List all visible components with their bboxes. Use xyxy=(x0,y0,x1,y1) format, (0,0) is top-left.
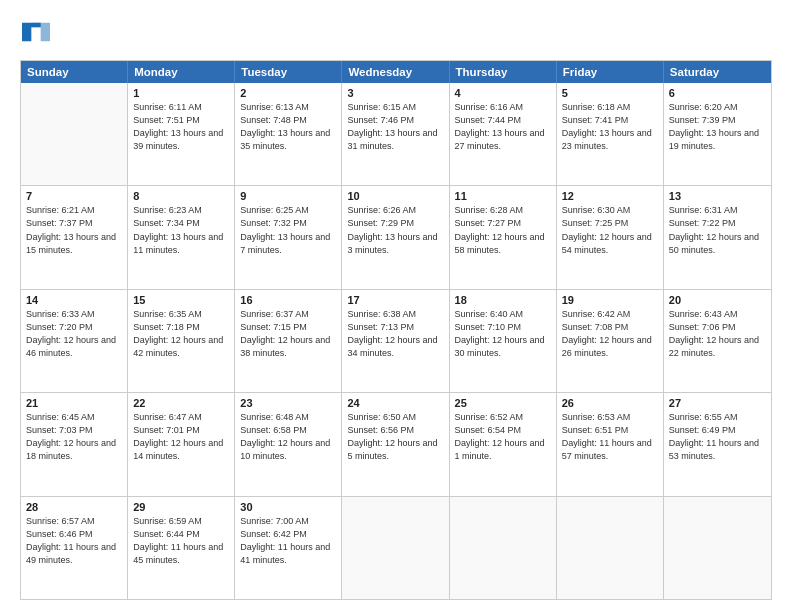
empty-cell xyxy=(450,497,557,599)
empty-cell xyxy=(21,83,128,185)
day-cell: 6Sunrise: 6:20 AMSunset: 7:39 PMDaylight… xyxy=(664,83,771,185)
day-info: Sunrise: 6:30 AMSunset: 7:25 PMDaylight:… xyxy=(562,204,658,256)
weekday-header: Saturday xyxy=(664,61,771,83)
weekday-header: Wednesday xyxy=(342,61,449,83)
day-number: 30 xyxy=(240,501,336,513)
day-cell: 7Sunrise: 6:21 AMSunset: 7:37 PMDaylight… xyxy=(21,186,128,288)
day-number: 3 xyxy=(347,87,443,99)
day-info: Sunrise: 6:55 AMSunset: 6:49 PMDaylight:… xyxy=(669,411,766,463)
day-info: Sunrise: 6:13 AMSunset: 7:48 PMDaylight:… xyxy=(240,101,336,153)
day-info: Sunrise: 7:00 AMSunset: 6:42 PMDaylight:… xyxy=(240,515,336,567)
day-cell: 13Sunrise: 6:31 AMSunset: 7:22 PMDayligh… xyxy=(664,186,771,288)
day-info: Sunrise: 6:40 AMSunset: 7:10 PMDaylight:… xyxy=(455,308,551,360)
day-cell: 24Sunrise: 6:50 AMSunset: 6:56 PMDayligh… xyxy=(342,393,449,495)
day-info: Sunrise: 6:45 AMSunset: 7:03 PMDaylight:… xyxy=(26,411,122,463)
day-cell: 25Sunrise: 6:52 AMSunset: 6:54 PMDayligh… xyxy=(450,393,557,495)
day-number: 13 xyxy=(669,190,766,202)
day-number: 22 xyxy=(133,397,229,409)
day-cell: 29Sunrise: 6:59 AMSunset: 6:44 PMDayligh… xyxy=(128,497,235,599)
day-cell: 14Sunrise: 6:33 AMSunset: 7:20 PMDayligh… xyxy=(21,290,128,392)
day-number: 28 xyxy=(26,501,122,513)
svg-marker-1 xyxy=(31,23,50,42)
day-number: 16 xyxy=(240,294,336,306)
calendar-row: 14Sunrise: 6:33 AMSunset: 7:20 PMDayligh… xyxy=(21,290,771,393)
day-info: Sunrise: 6:42 AMSunset: 7:08 PMDaylight:… xyxy=(562,308,658,360)
day-info: Sunrise: 6:18 AMSunset: 7:41 PMDaylight:… xyxy=(562,101,658,153)
weekday-header: Sunday xyxy=(21,61,128,83)
day-number: 2 xyxy=(240,87,336,99)
day-number: 12 xyxy=(562,190,658,202)
day-cell: 10Sunrise: 6:26 AMSunset: 7:29 PMDayligh… xyxy=(342,186,449,288)
day-info: Sunrise: 6:48 AMSunset: 6:58 PMDaylight:… xyxy=(240,411,336,463)
day-number: 1 xyxy=(133,87,229,99)
day-cell: 1Sunrise: 6:11 AMSunset: 7:51 PMDaylight… xyxy=(128,83,235,185)
day-info: Sunrise: 6:26 AMSunset: 7:29 PMDaylight:… xyxy=(347,204,443,256)
day-info: Sunrise: 6:38 AMSunset: 7:13 PMDaylight:… xyxy=(347,308,443,360)
day-number: 11 xyxy=(455,190,551,202)
day-cell: 23Sunrise: 6:48 AMSunset: 6:58 PMDayligh… xyxy=(235,393,342,495)
day-cell: 9Sunrise: 6:25 AMSunset: 7:32 PMDaylight… xyxy=(235,186,342,288)
day-info: Sunrise: 6:15 AMSunset: 7:46 PMDaylight:… xyxy=(347,101,443,153)
day-cell: 27Sunrise: 6:55 AMSunset: 6:49 PMDayligh… xyxy=(664,393,771,495)
day-info: Sunrise: 6:20 AMSunset: 7:39 PMDaylight:… xyxy=(669,101,766,153)
day-number: 14 xyxy=(26,294,122,306)
page-header xyxy=(20,18,772,50)
calendar-row: 7Sunrise: 6:21 AMSunset: 7:37 PMDaylight… xyxy=(21,186,771,289)
day-info: Sunrise: 6:57 AMSunset: 6:46 PMDaylight:… xyxy=(26,515,122,567)
day-info: Sunrise: 6:11 AMSunset: 7:51 PMDaylight:… xyxy=(133,101,229,153)
day-cell: 17Sunrise: 6:38 AMSunset: 7:13 PMDayligh… xyxy=(342,290,449,392)
weekday-header: Thursday xyxy=(450,61,557,83)
day-cell: 21Sunrise: 6:45 AMSunset: 7:03 PMDayligh… xyxy=(21,393,128,495)
day-info: Sunrise: 6:23 AMSunset: 7:34 PMDaylight:… xyxy=(133,204,229,256)
day-cell: 4Sunrise: 6:16 AMSunset: 7:44 PMDaylight… xyxy=(450,83,557,185)
day-cell: 8Sunrise: 6:23 AMSunset: 7:34 PMDaylight… xyxy=(128,186,235,288)
day-number: 17 xyxy=(347,294,443,306)
calendar-row: 28Sunrise: 6:57 AMSunset: 6:46 PMDayligh… xyxy=(21,497,771,599)
day-info: Sunrise: 6:50 AMSunset: 6:56 PMDaylight:… xyxy=(347,411,443,463)
day-cell: 26Sunrise: 6:53 AMSunset: 6:51 PMDayligh… xyxy=(557,393,664,495)
day-number: 8 xyxy=(133,190,229,202)
logo xyxy=(20,18,50,50)
day-number: 7 xyxy=(26,190,122,202)
day-number: 18 xyxy=(455,294,551,306)
day-number: 26 xyxy=(562,397,658,409)
day-info: Sunrise: 6:33 AMSunset: 7:20 PMDaylight:… xyxy=(26,308,122,360)
day-number: 29 xyxy=(133,501,229,513)
day-number: 21 xyxy=(26,397,122,409)
day-number: 20 xyxy=(669,294,766,306)
day-number: 6 xyxy=(669,87,766,99)
day-number: 5 xyxy=(562,87,658,99)
day-info: Sunrise: 6:28 AMSunset: 7:27 PMDaylight:… xyxy=(455,204,551,256)
weekday-header: Friday xyxy=(557,61,664,83)
day-info: Sunrise: 6:25 AMSunset: 7:32 PMDaylight:… xyxy=(240,204,336,256)
day-info: Sunrise: 6:59 AMSunset: 6:44 PMDaylight:… xyxy=(133,515,229,567)
day-number: 24 xyxy=(347,397,443,409)
day-number: 27 xyxy=(669,397,766,409)
day-cell: 18Sunrise: 6:40 AMSunset: 7:10 PMDayligh… xyxy=(450,290,557,392)
day-number: 19 xyxy=(562,294,658,306)
empty-cell xyxy=(557,497,664,599)
day-cell: 20Sunrise: 6:43 AMSunset: 7:06 PMDayligh… xyxy=(664,290,771,392)
day-number: 23 xyxy=(240,397,336,409)
calendar-body: 1Sunrise: 6:11 AMSunset: 7:51 PMDaylight… xyxy=(21,83,771,599)
day-number: 9 xyxy=(240,190,336,202)
day-cell: 30Sunrise: 7:00 AMSunset: 6:42 PMDayligh… xyxy=(235,497,342,599)
calendar-header: SundayMondayTuesdayWednesdayThursdayFrid… xyxy=(21,61,771,83)
empty-cell xyxy=(342,497,449,599)
day-cell: 15Sunrise: 6:35 AMSunset: 7:18 PMDayligh… xyxy=(128,290,235,392)
day-cell: 22Sunrise: 6:47 AMSunset: 7:01 PMDayligh… xyxy=(128,393,235,495)
day-cell: 19Sunrise: 6:42 AMSunset: 7:08 PMDayligh… xyxy=(557,290,664,392)
day-info: Sunrise: 6:37 AMSunset: 7:15 PMDaylight:… xyxy=(240,308,336,360)
day-cell: 12Sunrise: 6:30 AMSunset: 7:25 PMDayligh… xyxy=(557,186,664,288)
day-number: 4 xyxy=(455,87,551,99)
calendar: SundayMondayTuesdayWednesdayThursdayFrid… xyxy=(20,60,772,600)
day-cell: 16Sunrise: 6:37 AMSunset: 7:15 PMDayligh… xyxy=(235,290,342,392)
day-cell: 3Sunrise: 6:15 AMSunset: 7:46 PMDaylight… xyxy=(342,83,449,185)
day-number: 15 xyxy=(133,294,229,306)
day-cell: 5Sunrise: 6:18 AMSunset: 7:41 PMDaylight… xyxy=(557,83,664,185)
day-info: Sunrise: 6:53 AMSunset: 6:51 PMDaylight:… xyxy=(562,411,658,463)
day-info: Sunrise: 6:47 AMSunset: 7:01 PMDaylight:… xyxy=(133,411,229,463)
weekday-header: Monday xyxy=(128,61,235,83)
calendar-row: 1Sunrise: 6:11 AMSunset: 7:51 PMDaylight… xyxy=(21,83,771,186)
weekday-header: Tuesday xyxy=(235,61,342,83)
